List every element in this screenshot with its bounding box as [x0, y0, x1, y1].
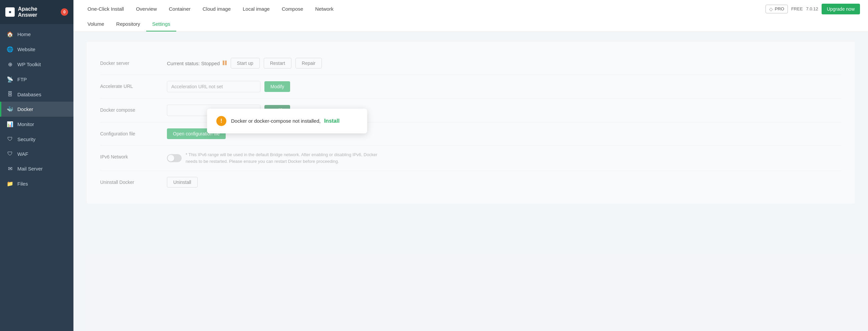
app-logo-icon: ■: [5, 7, 15, 17]
sidebar-item-label: WP Toolkit: [18, 61, 41, 67]
pro-label: PRO: [775, 6, 784, 11]
tabs-row2: Volume Repository Settings: [82, 17, 860, 31]
top-tabs: One-Click Install Overview Container Clo…: [73, 0, 868, 32]
sidebar: ■ Apache Answer 0 🏠 Home 🌐 Website ⊕ WP …: [0, 0, 73, 331]
content-area: Docker server Current status: Stopped St…: [73, 32, 868, 331]
pause-bar-1: [223, 60, 224, 65]
tab-cloud-image[interactable]: Cloud image: [197, 1, 237, 17]
accelerate-url-label: Accelerate URL: [100, 81, 167, 89]
accelerate-url-modify-button[interactable]: Modify: [265, 81, 290, 92]
sidebar-item-label: Databases: [18, 92, 41, 97]
startup-button[interactable]: Start up: [231, 58, 260, 68]
security-icon: 🛡: [7, 136, 13, 142]
docker-icon: 🐳: [7, 106, 13, 112]
sidebar-item-label: Home: [18, 31, 31, 37]
ipv6-network-label: IPv6 Network: [100, 151, 167, 160]
ftp-icon: 📡: [7, 76, 13, 83]
sidebar-header: ■ Apache Answer 0: [0, 0, 73, 24]
website-icon: 🌐: [7, 46, 13, 53]
header-actions: ◇ PRO FREE 7.0.12 Upgrade now: [766, 4, 860, 15]
tab-local-image[interactable]: Local image: [237, 1, 276, 17]
waf-icon: 🛡: [7, 151, 13, 157]
sidebar-item-mail-server[interactable]: ✉ Mail Server: [0, 161, 73, 176]
tab-compose[interactable]: Compose: [276, 1, 309, 17]
sidebar-nav: 🏠 Home 🌐 Website ⊕ WP Toolkit 📡 FTP 🗄 Da…: [0, 24, 73, 194]
docker-server-label: Docker server: [100, 58, 167, 66]
uninstall-docker-controls: Uninstall: [167, 177, 841, 188]
tab-repository[interactable]: Repository: [110, 17, 146, 31]
repair-button[interactable]: Repair: [296, 58, 322, 68]
tab-volume[interactable]: Volume: [82, 17, 110, 31]
sidebar-item-label: Docker: [18, 106, 33, 112]
pro-badge: ◇ PRO: [766, 5, 788, 13]
mail-server-icon: ✉: [7, 165, 13, 172]
diamond-icon: ◇: [769, 6, 773, 12]
databases-icon: 🗄: [7, 91, 13, 97]
uninstall-docker-label: Uninstall Docker: [100, 177, 167, 185]
sidebar-item-label: FTP: [18, 77, 27, 82]
pause-bar-2: [225, 60, 227, 65]
notification-content: Docker or docker-compose not installed, …: [231, 118, 340, 124]
sidebar-item-website[interactable]: 🌐 Website: [0, 42, 73, 57]
stopped-icon: [223, 60, 227, 65]
tab-overview[interactable]: Overview: [130, 1, 163, 17]
main-content: One-Click Install Overview Container Clo…: [73, 0, 868, 331]
sidebar-item-ftp[interactable]: 📡 FTP: [0, 72, 73, 87]
free-label: FREE: [791, 6, 803, 11]
ipv6-toggle[interactable]: [167, 154, 182, 162]
uninstall-docker-row: Uninstall Docker Uninstall: [100, 171, 841, 194]
notification-message: Docker or docker-compose not installed,: [231, 118, 320, 124]
docker-server-row: Docker server Current status: Stopped St…: [100, 52, 841, 75]
sidebar-item-home[interactable]: 🏠 Home: [0, 27, 73, 42]
sidebar-item-label: Files: [18, 181, 28, 187]
sidebar-item-label: Monitor: [18, 121, 34, 127]
sidebar-item-label: WAF: [18, 151, 28, 157]
ipv6-network-row: IPv6 Network * This IPv6 range will be u…: [100, 145, 841, 171]
sidebar-item-label: Website: [18, 47, 35, 52]
warning-icon: !: [216, 116, 226, 126]
files-icon: 📁: [7, 181, 13, 187]
install-link[interactable]: Install: [324, 118, 340, 124]
tab-container[interactable]: Container: [163, 1, 197, 17]
monitor-icon: 📊: [7, 121, 13, 128]
sidebar-item-files[interactable]: 📁 Files: [0, 176, 73, 191]
docker-compose-label: Docker compose: [100, 105, 167, 113]
configuration-file-label: Configuration file: [100, 129, 167, 136]
docker-server-controls: Current status: Stopped Start up Restart…: [167, 58, 841, 68]
tab-one-click-install[interactable]: One-Click Install: [82, 1, 130, 17]
sidebar-item-waf[interactable]: 🛡 WAF: [0, 146, 73, 161]
restart-button[interactable]: Restart: [264, 58, 291, 68]
uninstall-button[interactable]: Uninstall: [167, 177, 198, 188]
docker-status-text: Current status: Stopped: [167, 60, 227, 66]
sidebar-item-label: Security: [18, 136, 35, 142]
notification-badge: 0: [61, 8, 68, 16]
notification-popup: ! Docker or docker-compose not installed…: [207, 109, 367, 133]
wp-toolkit-icon: ⊕: [7, 61, 13, 67]
accelerate-url-input[interactable]: [167, 81, 260, 92]
sidebar-item-security[interactable]: 🛡 Security: [0, 132, 73, 146]
tab-settings[interactable]: Settings: [146, 17, 176, 31]
accelerate-url-controls: Modify: [167, 81, 841, 92]
sidebar-item-monitor[interactable]: 📊 Monitor: [0, 117, 73, 132]
accelerate-url-row: Accelerate URL Modify: [100, 75, 841, 99]
version-number: 7.0.12: [806, 6, 818, 11]
ipv6-helper-text: * This IPv6 range will be used in the de…: [186, 151, 386, 165]
upgrade-button[interactable]: Upgrade now: [822, 4, 860, 15]
app-name: Apache Answer: [18, 6, 57, 18]
sidebar-item-docker[interactable]: 🐳 Docker: [0, 102, 73, 117]
settings-card: Docker server Current status: Stopped St…: [87, 42, 855, 203]
sidebar-item-label: Mail Server: [18, 166, 43, 171]
ipv6-network-controls: * This IPv6 range will be used in the de…: [167, 151, 841, 165]
tabs-row1: One-Click Install Overview Container Clo…: [82, 0, 860, 17]
sidebar-item-wp-toolkit[interactable]: ⊕ WP Toolkit: [0, 57, 73, 72]
home-icon: 🏠: [7, 31, 13, 37]
toggle-knob: [167, 155, 174, 162]
tab-network[interactable]: Network: [309, 1, 340, 17]
sidebar-item-databases[interactable]: 🗄 Databases: [0, 87, 73, 102]
